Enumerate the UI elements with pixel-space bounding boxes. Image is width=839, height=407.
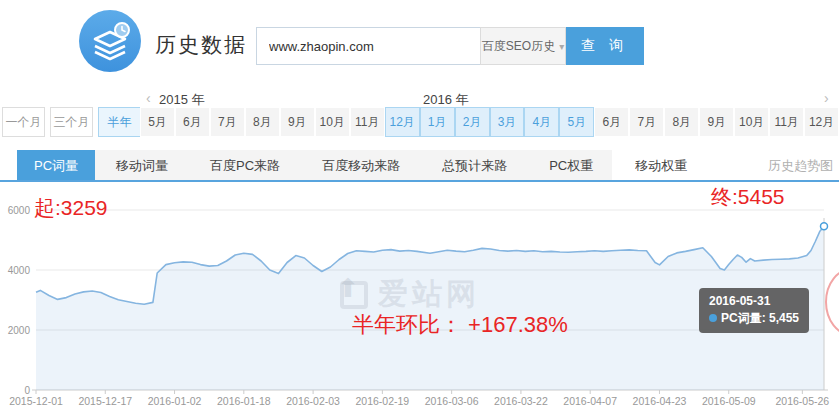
domain-input[interactable]: [256, 27, 480, 65]
x-tick-label-2016-04-07: 2016-04-07: [563, 395, 617, 407]
month-cell-2015-11月[interactable]: 11月: [350, 107, 385, 137]
history-data-page: 历史数据 百度SEO历史 ▾ 查 询 一个月三个月半年 ‹ 2015 年 201…: [0, 0, 839, 407]
tab-6[interactable]: 移动权重: [614, 150, 708, 180]
end-value-annotation: 终:5455: [711, 183, 785, 211]
half-year-change-annotation: 半年环比： +167.38%: [352, 310, 568, 340]
x-tick-label-2015-12-01: 2015-12-01: [9, 395, 63, 407]
x-tick-label-2016-04-23: 2016-04-23: [633, 395, 687, 407]
x-tick-label-2016-05-26: 2016-05-26: [775, 395, 829, 407]
x-tick-label-2016-03-22: 2016-03-22: [494, 395, 548, 407]
next-year-arrow-icon[interactable]: ›: [824, 90, 829, 106]
month-cell-2015-6月[interactable]: 6月: [175, 107, 210, 137]
search-type-label: 百度SEO历史: [482, 38, 555, 55]
x-tick-label-2016-01-18: 2016-01-18: [217, 395, 271, 407]
x-tick-label-2016-05-09: 2016-05-09: [702, 395, 756, 407]
start-value-annotation: 起:3259: [34, 194, 108, 222]
month-cell-2016-8月[interactable]: 8月: [664, 107, 699, 137]
chart-tooltip: 2016-05-31 PC词量: 5,455: [699, 288, 809, 333]
month-cell-2016-11月[interactable]: 11月: [769, 107, 804, 137]
month-cell-2015-9月[interactable]: 9月: [280, 107, 315, 137]
tab-1[interactable]: 移动词量: [95, 150, 189, 180]
month-cell-2016-2月[interactable]: 2月: [455, 107, 490, 137]
month-cell-2015-12月[interactable]: 12月: [385, 107, 420, 137]
end-point-marker: [821, 223, 828, 230]
month-cell-2015-5月[interactable]: 5月: [140, 107, 175, 137]
tab-4[interactable]: 总预计来路: [421, 150, 528, 180]
y-tick-label-2000: 2000: [8, 325, 31, 336]
metric-tabbar: PC词量移动词量百度PC来路百度移动来路总预计来路PC权重移动权重 历史趋势图: [0, 150, 839, 182]
red-circle-annotation: [826, 269, 839, 335]
month-cell-2016-9月[interactable]: 9月: [699, 107, 734, 137]
months-row: 5月6月7月8月9月10月11月12月1月2月3月4月5月6月7月8月9月10月…: [140, 107, 839, 137]
y-tick-label-0: 0: [24, 385, 30, 396]
aizhan-history-logo-icon: [77, 8, 143, 74]
x-tick-label-2016-03-06: 2016-03-06: [425, 395, 479, 407]
month-cell-2016-12月[interactable]: 12月: [804, 107, 839, 137]
tooltip-value: 5,455: [769, 311, 799, 325]
range-button-2[interactable]: 半年: [98, 107, 141, 137]
chevron-down-icon: ▾: [559, 41, 564, 52]
y-tick-label-6000: 6000: [8, 205, 31, 216]
month-cell-2016-7月[interactable]: 7月: [629, 107, 664, 137]
month-cell-2016-6月[interactable]: 6月: [594, 107, 629, 137]
month-cell-2016-10月[interactable]: 10月: [734, 107, 769, 137]
tab-2[interactable]: 百度PC来路: [189, 150, 301, 180]
search-type-dropdown[interactable]: 百度SEO历史 ▾: [480, 27, 566, 65]
tab-5[interactable]: PC权重: [528, 150, 614, 180]
month-cell-2016-5月[interactable]: 5月: [559, 107, 594, 137]
month-cell-2016-4月[interactable]: 4月: [524, 107, 559, 137]
range-button-group: 一个月三个月半年: [2, 107, 141, 137]
range-button-1[interactable]: 三个月: [50, 107, 93, 137]
tooltip-series-label: PC词量:: [721, 311, 766, 325]
month-cell-2015-8月[interactable]: 8月: [245, 107, 280, 137]
prev-year-arrow-icon[interactable]: ‹: [146, 90, 151, 106]
x-tick-label-2015-12-17: 2015-12-17: [78, 395, 132, 407]
x-tick-label-2016-01-02: 2016-01-02: [148, 395, 202, 407]
month-cell-2016-3月[interactable]: 3月: [490, 107, 525, 137]
trend-chart-label: 历史趋势图: [768, 150, 833, 182]
metric-tabs: PC词量移动词量百度PC来路百度移动来路总预计来路PC权重移动权重: [17, 150, 708, 180]
x-tick-label-2016-02-03: 2016-02-03: [286, 395, 340, 407]
tooltip-date: 2016-05-31: [709, 293, 799, 310]
tooltip-value-row: PC词量: 5,455: [709, 310, 799, 327]
tab-3[interactable]: 百度移动来路: [301, 150, 421, 180]
query-button[interactable]: 查 询: [566, 27, 644, 65]
y-tick-label-4000: 4000: [8, 265, 31, 276]
page-title: 历史数据: [155, 31, 247, 59]
tab-0[interactable]: PC词量: [17, 150, 95, 180]
month-cell-2016-1月[interactable]: 1月: [420, 107, 455, 137]
range-button-0[interactable]: 一个月: [2, 107, 45, 137]
month-cell-2015-7月[interactable]: 7月: [210, 107, 245, 137]
x-tick-label-2016-02-19: 2016-02-19: [356, 395, 410, 407]
series-dot-icon: [709, 314, 717, 322]
month-cell-2015-10月[interactable]: 10月: [315, 107, 350, 137]
trend-chart: 02000400060002015-12-012015-12-172016-01…: [0, 182, 839, 407]
search-group: 百度SEO历史 ▾ 查 询: [256, 27, 644, 65]
